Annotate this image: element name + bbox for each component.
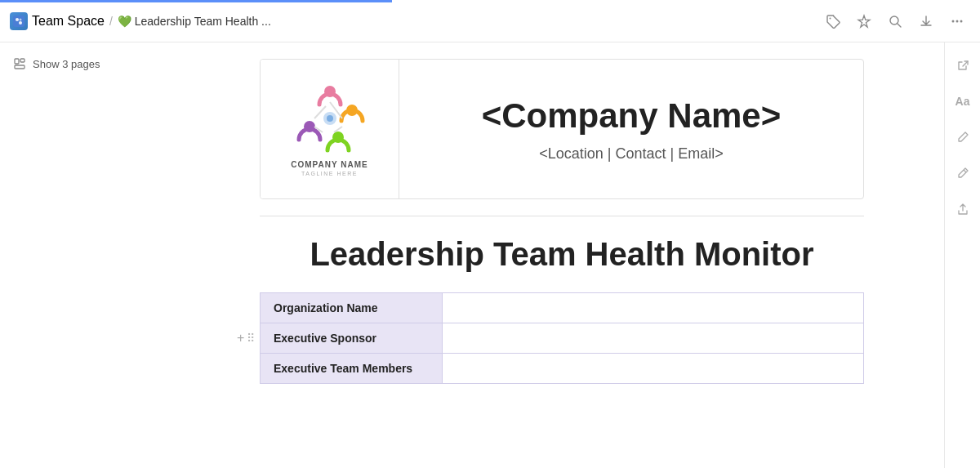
svg-point-9 xyxy=(960,20,963,22)
svg-point-8 xyxy=(956,20,959,22)
company-logo xyxy=(293,82,367,155)
svg-line-6 xyxy=(898,24,901,27)
breadcrumb-doc-title: 💚 Leadership Team Health ... xyxy=(118,15,271,28)
right-toolbar: Aa xyxy=(944,42,980,468)
value-org-name[interactable] xyxy=(442,293,863,323)
logo-company-name: COMPANY NAME xyxy=(291,160,368,169)
drag-handle[interactable]: ⠿ xyxy=(247,332,255,345)
breadcrumb-separator: / xyxy=(109,15,113,28)
breadcrumb-team[interactable]: Team Space xyxy=(10,12,105,30)
section-divider xyxy=(260,216,864,216)
svg-point-3 xyxy=(20,18,22,20)
table-row: Organization Name xyxy=(261,293,864,323)
svg-point-4 xyxy=(830,17,831,19)
star-button[interactable] xyxy=(851,8,877,34)
progress-fill xyxy=(0,0,392,2)
font-icon: Aa xyxy=(956,95,970,108)
team-avatar xyxy=(10,12,28,30)
location-contact: <Location | Contact | Email> xyxy=(539,145,723,163)
svg-line-18 xyxy=(334,127,342,132)
pages-icon xyxy=(13,57,26,70)
breadcrumb: Team Space / 💚 Leadership Team Health ..… xyxy=(10,12,271,30)
show-pages-button[interactable]: Show 3 pages xyxy=(0,52,180,75)
svg-point-1 xyxy=(16,18,19,21)
share-button[interactable] xyxy=(950,196,976,222)
info-table: Organization Name Executive Sponsor Exec… xyxy=(260,292,864,384)
team-name-label: Team Space xyxy=(32,14,105,29)
svg-point-7 xyxy=(952,20,955,22)
logo-panel: COMPANY NAME TAGLINE HERE xyxy=(261,60,399,198)
font-button[interactable]: Aa xyxy=(950,88,976,114)
document-title: Leadership Team Health Monitor xyxy=(260,236,864,273)
sidebar: Show 3 pages xyxy=(0,42,180,468)
table-wrapper: + ⠿ Organization Name Executive Sponsor … xyxy=(260,292,864,384)
search-button[interactable] xyxy=(882,8,908,34)
more-button[interactable] xyxy=(944,8,970,34)
main-content: COMPANY NAME TAGLINE HERE <Company Name>… xyxy=(180,42,944,468)
topbar-actions xyxy=(820,8,970,34)
topbar: Team Space / 💚 Leadership Team Health ..… xyxy=(0,0,980,42)
header-info: <Company Name> <Location | Contact | Ema… xyxy=(399,80,863,179)
add-row-button[interactable]: + xyxy=(237,332,244,345)
label-org-name: Organization Name xyxy=(261,293,443,323)
back-button[interactable] xyxy=(950,52,976,78)
company-name-heading: <Company Name> xyxy=(482,96,781,136)
logo-tagline: TAGLINE HERE xyxy=(301,171,358,176)
value-exec-sponsor[interactable] xyxy=(442,323,863,354)
edit1-button[interactable] xyxy=(950,124,976,150)
edit2-button[interactable] xyxy=(950,160,976,186)
download-button[interactable] xyxy=(913,8,939,34)
svg-rect-10 xyxy=(15,59,19,64)
label-exec-sponsor: Executive Sponsor xyxy=(261,323,443,354)
table-row: Executive Team Members xyxy=(261,354,864,384)
svg-point-5 xyxy=(890,16,898,25)
svg-rect-12 xyxy=(15,65,24,69)
svg-rect-11 xyxy=(20,59,24,62)
svg-point-22 xyxy=(327,115,333,122)
tag-button[interactable] xyxy=(820,8,846,34)
add-controls: + ⠿ xyxy=(237,332,255,345)
svg-rect-0 xyxy=(13,16,24,27)
svg-point-2 xyxy=(19,21,22,25)
progress-bar xyxy=(0,0,980,2)
table-row: Executive Sponsor xyxy=(261,323,864,354)
value-exec-members[interactable] xyxy=(442,354,863,384)
show-pages-label: Show 3 pages xyxy=(33,58,100,70)
label-exec-members: Executive Team Members xyxy=(261,354,443,384)
header-card: COMPANY NAME TAGLINE HERE <Company Name>… xyxy=(260,59,864,199)
